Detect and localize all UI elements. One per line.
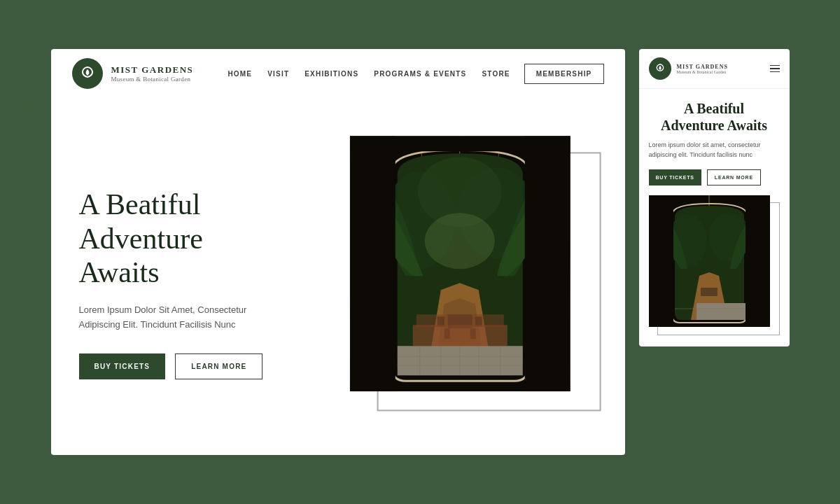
svg-rect-27 [416,314,503,327]
logo-icon [72,58,103,89]
svg-line-0 [0,0,35,112]
buy-tickets-button[interactable]: BUY TICKETS [79,354,166,379]
mobile-buy-tickets-button[interactable]: BUY TICKETS [649,169,701,186]
nav-visit[interactable]: VISIT [267,70,289,78]
svg-rect-29 [349,136,395,391]
desktop-card: MIST GARDENS Museum & Botanical Garden H… [51,49,625,455]
hero-buttons: BUY TICKETS LEARN MORE [79,354,289,379]
mobile-hero-buttons: BUY TICKETS LEARN MORE [649,169,780,186]
hamburger-line-2 [770,68,780,69]
mobile-nav: MIST GARDENS Museum & Botanical Garden [639,49,790,89]
svg-point-28 [424,213,494,269]
mobile-learn-more-button[interactable]: LEARN MORE [707,169,761,186]
hero-description: Lorem Ipsum Dolor Sit Amet, Consectetur … [79,303,289,332]
main-container: MIST GARDENS Museum & Botanical Garden H… [37,35,804,469]
botanical-icon [79,65,96,82]
svg-rect-40 [649,195,673,327]
svg-line-1 [7,70,35,112]
nav-store[interactable]: STORE [482,70,510,78]
desktop-nav: MIST GARDENS Museum & Botanical Garden H… [51,49,625,98]
mobile-logo-text: MIST GARDENS Museum & Botanical Garden [677,64,770,74]
hero-content: A Beatiful Adventure Awaits Lorem Ipsum … [51,98,317,455]
mobile-botanical-icon [654,63,666,74]
hamburger-line-1 [770,65,780,66]
nav-links: HOME VISIT EXHIBITIONS PROGRAMS & EVENTS… [227,70,510,78]
mobile-content: A Beatiful Adventure Awaits Lorem ipsum … [639,89,790,346]
svg-rect-31 [349,136,570,151]
mobile-image-area [649,195,780,335]
photo-botanical [349,136,570,391]
hero-image-area [317,98,625,455]
svg-rect-18 [397,346,522,375]
logo-subtitle: Museum & Botanical Garden [111,76,194,83]
hero-title: A Beatiful Adventure Awaits [79,188,289,289]
nav-programs[interactable]: PROGRAMS & EVENTS [374,70,466,78]
desktop-hero: A Beatiful Adventure Awaits Lorem Ipsum … [51,98,625,455]
mobile-hero-description: Lorem ipsum dolor sit amet, consectetur … [649,141,780,160]
hero-photo [349,136,570,391]
nav-home[interactable]: HOME [227,70,252,78]
mobile-hero-photo [649,195,770,327]
mobile-logo-icon [649,57,671,80]
mobile-card: MIST GARDENS Museum & Botanical Garden A… [639,49,790,346]
learn-more-button[interactable]: LEARN MORE [175,354,262,379]
hamburger-menu[interactable] [770,65,780,73]
mobile-hero-title: A Beatiful Adventure Awaits [649,100,780,134]
svg-rect-26 [412,325,507,346]
logo-title: MIST GARDENS [111,64,194,76]
svg-rect-30 [524,136,570,391]
membership-button[interactable]: MEMBERSHIP [524,64,604,84]
nav-exhibitions[interactable]: EXHIBITIONS [304,70,358,78]
logo-area: MIST GARDENS Museum & Botanical Garden [72,58,194,89]
mobile-logo-subtitle: Museum & Botanical Garden [677,70,770,74]
svg-rect-37 [701,288,718,296]
logo-text: MIST GARDENS Museum & Botanical Garden [111,64,194,83]
hamburger-line-3 [770,71,780,73]
mobile-logo-title: MIST GARDENS [677,64,770,70]
svg-rect-41 [746,195,770,327]
